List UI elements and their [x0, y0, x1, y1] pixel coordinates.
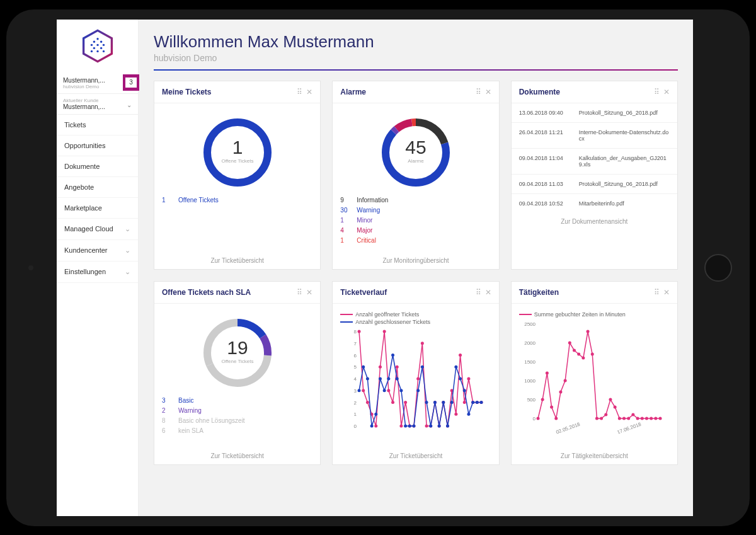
drag-handle-icon[interactable]: ⠿ — [476, 88, 481, 96]
svg-text:5: 5 — [354, 364, 357, 370]
svg-point-11 — [102, 50, 104, 52]
svg-text:2500: 2500 — [524, 321, 536, 327]
nav-item-einstellungen[interactable]: Einstellungen⌄ — [57, 262, 138, 283]
svg-text:1: 1 — [354, 411, 357, 417]
home-button[interactable] — [704, 254, 732, 282]
svg-point-31 — [358, 330, 361, 333]
nav-item-marketplace[interactable]: Marketplace — [57, 198, 138, 219]
nav-item-angebote[interactable]: Angebote — [57, 177, 138, 198]
widget-tatigkeiten: Tätigkeiten ⠿ ✕ Summe gebuchter Zeiten i… — [511, 281, 678, 465]
document-row[interactable]: 26.04.2018 11:21Interne-Dokumente-Datens… — [512, 123, 677, 149]
svg-point-57 — [467, 377, 471, 380]
svg-point-104 — [568, 341, 571, 344]
screen: Mustermann,... hubvision Demo 3 Aktuelle… — [57, 20, 693, 516]
nav-list: TicketsOpportunitiesDokumenteAngeboteMar… — [57, 115, 138, 283]
widget-grid: Meine Tickets ⠿ ✕ 1Offene Tickets — [154, 81, 678, 465]
svg-point-63 — [366, 377, 369, 380]
svg-point-89 — [476, 401, 479, 404]
document-row[interactable]: 09.04.2018 11.03Protokoll_Sitzung_06_201… — [512, 175, 677, 194]
svg-text:2: 2 — [354, 400, 357, 405]
close-icon[interactable]: ✕ — [485, 88, 491, 96]
drag-handle-icon[interactable]: ⠿ — [476, 288, 481, 297]
svg-point-111 — [600, 417, 603, 420]
svg-point-103 — [563, 379, 566, 382]
tatig-chart: 0500100015002000250002.05.201817.06.2018 — [519, 320, 664, 434]
widget-footer-link[interactable]: Zur Dokumentenansicht — [512, 213, 677, 230]
svg-point-98 — [541, 398, 544, 401]
drag-handle-icon[interactable]: ⠿ — [297, 288, 302, 297]
document-row[interactable]: 13.06.2018 09:40Protokoll_Sitzung_06_201… — [512, 103, 677, 123]
svg-point-2 — [93, 41, 94, 43]
svg-point-32 — [362, 389, 365, 392]
svg-point-35 — [375, 424, 378, 427]
drag-handle-icon[interactable]: ⠿ — [297, 88, 302, 96]
widget-footer-link[interactable]: Zur Monitoringübersicht — [333, 252, 498, 269]
svg-point-82 — [446, 424, 449, 427]
drag-handle-icon[interactable]: ⠿ — [654, 288, 660, 297]
document-row[interactable]: 09.04.2018 10:52Mitarbeiterinfo.pdf — [512, 194, 677, 213]
nav-item-managed-cloud[interactable]: Managed Cloud⌄ — [57, 219, 138, 240]
verlauf-legend: Anzahl geöffneter Tickets Anzahl geschlo… — [340, 310, 491, 328]
widget-title: Alarme — [340, 88, 471, 96]
customer-selector[interactable]: Aktueller Kunde Mustermann,... ⌄ — [57, 94, 138, 115]
svg-point-40 — [396, 365, 399, 368]
badge-count: 3 — [125, 78, 137, 88]
drag-handle-icon[interactable]: ⠿ — [654, 88, 660, 96]
notification-badge[interactable]: 3 — [123, 74, 139, 91]
nav-item-tickets[interactable]: Tickets — [57, 115, 138, 135]
nav-item-opportunities[interactable]: Opportunities — [57, 135, 138, 156]
svg-point-37 — [383, 330, 386, 333]
svg-text:0: 0 — [532, 416, 536, 422]
svg-text:1000: 1000 — [524, 378, 536, 384]
widget-sla: Offene Tickets nach SLA ⠿ ✕ 19Offene Tic… — [154, 281, 321, 465]
svg-point-71 — [400, 389, 403, 392]
user-box[interactable]: Mustermann,... hubvision Demo 3 — [57, 73, 138, 94]
svg-point-36 — [379, 365, 382, 368]
nav-item-kundencenter[interactable]: Kundencenter⌄ — [57, 240, 138, 262]
widget-title: Offene Tickets nach SLA — [162, 288, 293, 297]
widget-footer-link[interactable]: Zur Ticketübersicht — [154, 447, 320, 464]
svg-text:2000: 2000 — [524, 340, 536, 346]
close-icon[interactable]: ✕ — [306, 288, 312, 297]
camera-dot — [28, 265, 33, 270]
svg-point-39 — [391, 401, 394, 404]
svg-point-101 — [554, 417, 558, 420]
main-content: Willkommen Max Mustermann hubvision Demo… — [139, 20, 693, 516]
svg-text:7: 7 — [354, 340, 357, 346]
document-row[interactable]: 09.04.2018 11:04Kalkulation_der_Ausgaben… — [512, 149, 677, 175]
svg-point-80 — [438, 424, 441, 427]
tickets-legend: 1Offene Tickets — [162, 195, 312, 205]
widget-footer-link[interactable]: Zur Tätigkeitenübersicht — [512, 447, 677, 464]
svg-point-123 — [654, 417, 657, 420]
widget-footer-link[interactable]: Zur Ticketübersicht — [333, 447, 498, 464]
svg-point-102 — [559, 390, 562, 393]
alarms-donut: 45Alarme — [340, 110, 491, 195]
svg-point-112 — [604, 413, 607, 416]
svg-point-74 — [413, 424, 416, 427]
widget-footer-link[interactable]: Zur Ticketübersicht — [154, 252, 320, 269]
tatig-legend: Summe gebuchter Zeiten in Minuten — [519, 310, 670, 320]
svg-point-117 — [627, 417, 630, 420]
svg-point-119 — [636, 417, 639, 420]
nav-item-dokumente[interactable]: Dokumente — [57, 156, 138, 177]
svg-point-81 — [442, 401, 445, 404]
user-org: hubvision Demo — [63, 84, 132, 89]
svg-point-46 — [421, 342, 424, 345]
widget-title: Ticketverlauf — [340, 288, 471, 297]
close-icon[interactable]: ✕ — [485, 288, 491, 297]
close-icon[interactable]: ✕ — [663, 88, 670, 96]
chevron-down-icon: ⌄ — [127, 101, 132, 108]
widget-ticketverlauf: Ticketverlauf ⠿ ✕ Anzahl geöffneter Tick… — [332, 281, 499, 465]
close-icon[interactable]: ✕ — [663, 288, 670, 297]
svg-point-33 — [366, 401, 369, 404]
svg-point-114 — [613, 405, 616, 408]
widget-alarms: Alarme ⠿ ✕ 45Alarme 9Information30 — [332, 81, 499, 270]
svg-point-54 — [455, 412, 458, 415]
svg-point-76 — [421, 365, 424, 368]
svg-point-88 — [471, 401, 474, 404]
close-icon[interactable]: ✕ — [306, 88, 312, 96]
svg-point-79 — [433, 401, 437, 404]
svg-point-8 — [100, 47, 101, 49]
svg-text:4: 4 — [354, 376, 357, 382]
svg-point-99 — [546, 371, 549, 374]
